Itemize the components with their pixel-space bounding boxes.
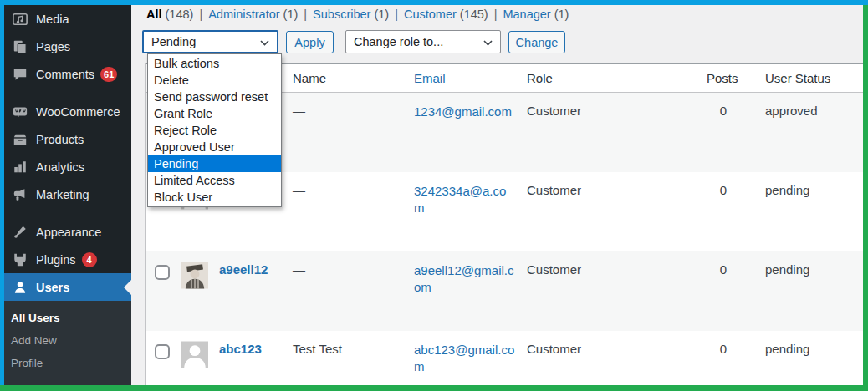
posts-cell[interactable]: 0	[707, 104, 740, 118]
row-checkbox[interactable]	[155, 265, 170, 280]
media-icon	[12, 11, 28, 28]
filter-all[interactable]: All(148)	[146, 8, 193, 21]
sidebar-item-media[interactable]: Media	[4, 5, 131, 33]
username-link[interactable]: a9eell12	[219, 262, 268, 277]
submenu-item-all-users[interactable]: All Users	[4, 307, 131, 329]
frame-border-top	[0, 0, 868, 5]
username-link[interactable]: abc123	[219, 342, 262, 356]
change-role-select[interactable]: Change role to...	[345, 30, 501, 53]
avatar	[181, 262, 208, 289]
filter-manager[interactable]: Manager(1)	[503, 8, 569, 21]
name-cell: Test Test	[293, 342, 342, 356]
sidebar-item-label: Comments	[36, 68, 94, 81]
role-cell: Customer	[527, 262, 581, 277]
sidebar-item-appearance[interactable]: Appearance	[4, 218, 131, 246]
apply-button[interactable]: Apply	[286, 31, 334, 53]
filter-administrator[interactable]: Administrator(1)	[208, 8, 298, 21]
dropdown-option-send-password-reset[interactable]: Send password reset	[148, 89, 281, 105]
column-header-role: Role	[527, 71, 553, 85]
submenu-item-add-new[interactable]: Add New	[4, 329, 131, 352]
table-row: abc123 Test Test abc123@gmail.com Custom…	[146, 331, 863, 385]
filter-separator: |	[494, 8, 498, 21]
filter-separator: |	[199, 8, 202, 21]
sidebar-item-label: Analytics	[36, 160, 84, 174]
appearance-icon	[12, 224, 28, 241]
column-header-name: Name	[293, 71, 326, 85]
woocommerce-icon	[12, 104, 28, 120]
change-button[interactable]: Change	[508, 31, 565, 53]
sidebar-item-marketing[interactable]: Marketing	[4, 180, 131, 208]
sidebar-item-products[interactable]: Products	[4, 125, 131, 153]
sidebar-item-users[interactable]: Users	[4, 273, 131, 301]
sidebar-item-label: Products	[36, 133, 84, 146]
name-cell: —	[293, 262, 305, 277]
dropdown-option-limited-access[interactable]: Limited Access	[148, 172, 281, 189]
dropdown-option-pending[interactable]: Pending	[148, 155, 281, 172]
plugins-icon	[12, 251, 28, 268]
filter-separator: |	[395, 8, 398, 21]
filter-subscriber[interactable]: Subscriber(1)	[313, 8, 389, 21]
sidebar-item-label: Media	[36, 13, 69, 26]
bulk-action-dropdown: Bulk actions Delete Send password reset …	[147, 53, 282, 207]
sidebar-item-label: Marketing	[36, 188, 89, 201]
status-cell: approved	[765, 104, 818, 118]
role-cell: Customer	[527, 342, 581, 356]
dropdown-option-bulk-actions[interactable]: Bulk actions	[148, 55, 281, 72]
sidebar-item-plugins[interactable]: Plugins 4	[4, 246, 131, 273]
products-icon	[12, 131, 28, 148]
email-link[interactable]: 1234@gmail.com	[414, 104, 516, 120]
dropdown-option-grant-role[interactable]: Grant Role	[148, 105, 281, 122]
dropdown-option-reject-role[interactable]: Reject Role	[148, 122, 281, 139]
chevron-down-icon	[260, 34, 269, 49]
status-cell: pending	[765, 183, 809, 197]
sidebar-item-label: Users	[36, 281, 69, 294]
sidebar-item-analytics[interactable]: Analytics	[4, 153, 131, 180]
comments-icon	[12, 66, 28, 83]
users-icon	[12, 279, 28, 296]
users-submenu: All Users Add New Profile	[4, 301, 131, 385]
column-header-status: User Status	[765, 71, 830, 85]
sidebar-item-label: Pages	[36, 40, 70, 53]
row-checkbox[interactable]	[155, 344, 170, 359]
plugins-count-badge: 4	[82, 252, 97, 267]
frame-border-right	[863, 0, 868, 391]
status-cell: pending	[765, 342, 809, 356]
dropdown-option-approved-user[interactable]: Approved User	[148, 139, 281, 155]
dropdown-option-block-user[interactable]: Block User	[148, 189, 281, 206]
pages-icon	[12, 38, 28, 55]
admin-sidebar: Media Pages Comments 61 WooCommerce	[4, 5, 131, 385]
sidebar-item-comments[interactable]: Comments 61	[4, 60, 131, 88]
analytics-icon	[12, 159, 28, 175]
filter-separator: |	[304, 8, 307, 21]
posts-cell[interactable]: 0	[707, 262, 740, 277]
table-row: a9eell12 — a9eell12@gmail.com Customer 0…	[146, 251, 863, 331]
role-cell: Customer	[527, 183, 581, 197]
chevron-down-icon	[483, 34, 493, 49]
role-filter-links: All(148) | Administrator(1) | Subscriber…	[146, 8, 569, 21]
dropdown-option-delete[interactable]: Delete	[148, 72, 281, 89]
column-header-posts: Posts	[707, 71, 738, 85]
posts-cell[interactable]: 0	[707, 183, 740, 197]
email-link[interactable]: a9eell12@gmail.com	[414, 262, 516, 296]
sidebar-item-label: WooCommerce	[36, 105, 120, 119]
sidebar-item-pages[interactable]: Pages	[4, 33, 131, 60]
sidebar-item-woocommerce[interactable]: WooCommerce	[4, 98, 131, 125]
role-cell: Customer	[527, 104, 581, 118]
email-link[interactable]: abc123@gmail.com	[414, 342, 516, 375]
email-link[interactable]: 3242334a@a.com	[414, 183, 516, 216]
name-cell: —	[293, 183, 305, 197]
filter-customer[interactable]: Customer(145)	[404, 8, 488, 21]
submenu-item-profile[interactable]: Profile	[4, 352, 131, 374]
sidebar-item-label: Appearance	[36, 226, 101, 239]
bulk-action-select[interactable]: Pending	[142, 30, 278, 53]
column-header-email[interactable]: Email	[414, 71, 446, 85]
frame-border-bottom	[0, 385, 868, 391]
comments-count-badge: 61	[100, 67, 117, 82]
sidebar-item-label: Plugins	[36, 253, 76, 267]
current-menu-arrow	[124, 280, 131, 295]
avatar	[181, 341, 208, 368]
marketing-icon	[12, 186, 28, 203]
frame-border-left	[0, 0, 4, 391]
posts-cell[interactable]: 0	[707, 342, 740, 356]
name-cell: —	[293, 104, 305, 118]
